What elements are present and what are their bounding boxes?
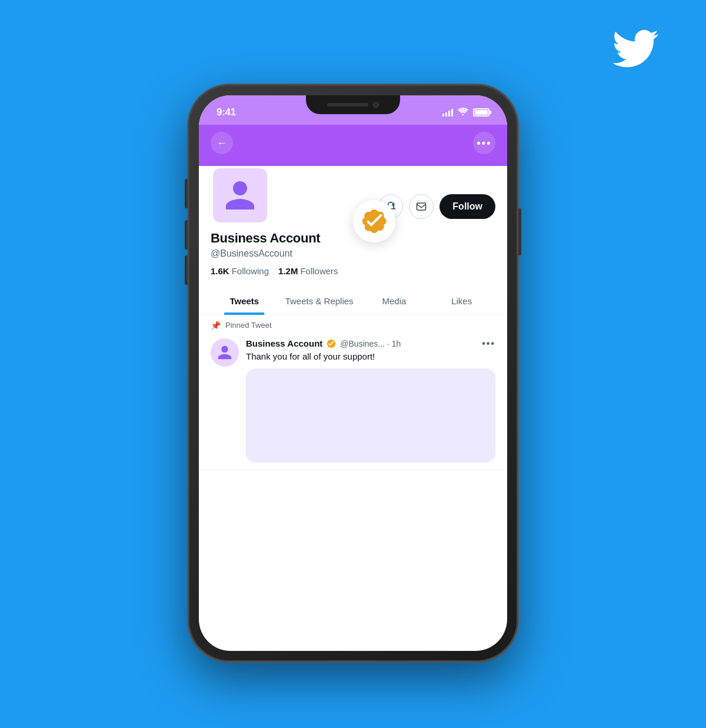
tweet-verified-badge xyxy=(326,338,337,349)
tweet-handle-time: @Busines... · 1h xyxy=(340,339,401,348)
phone-screen: 9:41 xyxy=(199,95,507,651)
tweet-author-name: Business Account xyxy=(246,338,322,348)
signal-icon xyxy=(442,108,453,117)
more-options-button[interactable]: ••• xyxy=(473,132,495,154)
followers-stat[interactable]: 1.2M Followers xyxy=(278,266,338,276)
verified-badge-popup xyxy=(353,200,395,242)
tab-tweets[interactable]: Tweets xyxy=(211,288,278,314)
tab-media[interactable]: Media xyxy=(361,288,428,314)
phone-mockup: 9:41 xyxy=(188,85,518,661)
tab-tweets-replies[interactable]: Tweets & Replies xyxy=(278,288,361,314)
tweet-feed: 📌 Pinned Tweet Business Account xyxy=(199,315,507,470)
message-button[interactable] xyxy=(409,194,434,219)
avatar-area: + Follow xyxy=(211,166,495,225)
pin-icon: 📌 xyxy=(211,321,221,330)
followers-count: 1.2M xyxy=(278,266,298,276)
profile-name-row: Business Account xyxy=(211,231,495,246)
profile-name: Business Account xyxy=(211,231,320,246)
tweet-meta: Business Account @Busines... · 1h xyxy=(246,338,495,349)
battery-icon xyxy=(473,108,489,117)
tweet-content: Business Account @Busines... · 1h xyxy=(246,338,495,463)
action-buttons: + Follow xyxy=(378,194,495,219)
svg-point-0 xyxy=(462,114,464,115)
svg-rect-3 xyxy=(417,203,426,210)
status-icons xyxy=(442,107,489,118)
tweet-more-button[interactable]: ••• xyxy=(482,338,495,349)
pinned-tweet-text: Pinned Tweet xyxy=(225,321,272,330)
following-stat[interactable]: 1.6K Following xyxy=(211,266,269,276)
back-button[interactable]: ← xyxy=(211,132,233,154)
verified-badge-icon xyxy=(360,207,388,235)
tab-likes[interactable]: Likes xyxy=(428,288,495,314)
profile-tabs: Tweets Tweets & Replies Media Likes xyxy=(199,288,507,315)
followers-label: Followers xyxy=(300,266,338,276)
wifi-icon xyxy=(458,107,468,118)
following-label: Following xyxy=(232,266,269,276)
tweet-image xyxy=(246,368,495,463)
profile-handle: @BusinessAccount xyxy=(211,248,495,259)
screen-content: ← ••• xyxy=(199,125,507,651)
tweet-header: Business Account @Busines... · 1h xyxy=(211,338,495,463)
following-count: 1.6K xyxy=(211,266,229,276)
pinned-tweet-item[interactable]: Business Account @Busines... · 1h xyxy=(199,334,507,470)
twitter-logo xyxy=(612,29,659,68)
notch-camera xyxy=(373,102,379,108)
tweet-text: Thank you for all of your support! xyxy=(246,350,495,363)
avatar xyxy=(211,166,269,225)
status-time: 9:41 xyxy=(217,107,236,118)
profile-section: + Follow xyxy=(199,166,507,315)
stats-row: 1.6K Following 1.2M Followers xyxy=(211,266,495,276)
notch-speaker xyxy=(327,103,368,107)
header-nav: ← ••• xyxy=(199,125,507,157)
follow-button[interactable]: Follow xyxy=(439,194,495,219)
tweet-avatar xyxy=(211,338,239,367)
phone-notch xyxy=(306,95,400,114)
pinned-tweet-label: 📌 Pinned Tweet xyxy=(199,315,507,334)
